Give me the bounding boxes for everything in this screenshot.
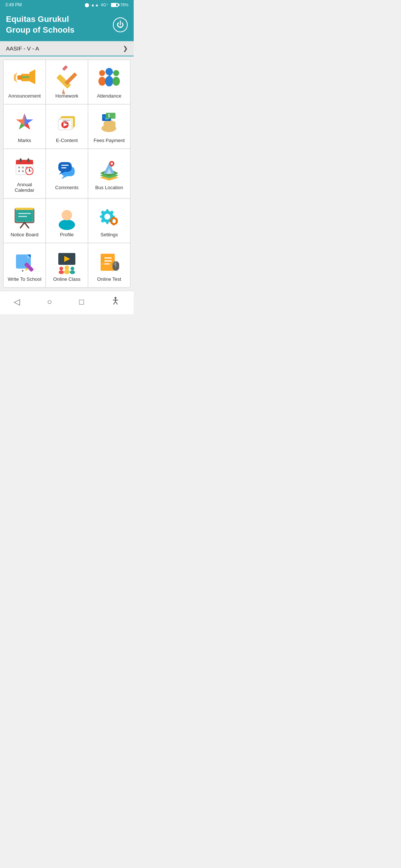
attendance-icon xyxy=(98,67,120,89)
grid-item-online-class[interactable]: Online Class xyxy=(46,243,88,287)
status-bar: 3:49 PM ⬤ ▲▲ 4G⁺ 78% xyxy=(0,0,134,10)
svg-point-13 xyxy=(113,77,120,86)
marks-label: Marks xyxy=(18,138,31,143)
grid-item-attendance[interactable]: Attendance xyxy=(88,60,130,104)
svg-rect-77 xyxy=(106,209,108,212)
svg-rect-109 xyxy=(104,263,110,264)
fees-icon: $ xyxy=(98,112,120,134)
bluetooth-icon: ⬤ xyxy=(85,3,89,7)
svg-line-68 xyxy=(20,223,25,228)
svg-rect-108 xyxy=(104,260,112,262)
svg-point-73 xyxy=(59,220,75,230)
home-button[interactable]: ○ xyxy=(43,296,56,308)
student-selector[interactable]: AASIF - V - A ❯ xyxy=(0,41,134,56)
svg-point-65 xyxy=(111,162,113,165)
network-icon: 4G⁺ xyxy=(101,3,108,7)
svg-point-9 xyxy=(98,77,106,86)
svg-text:○: ○ xyxy=(102,262,104,266)
recent-button[interactable]: □ xyxy=(75,296,88,308)
time-display: 3:49 PM xyxy=(5,2,22,7)
svg-rect-87 xyxy=(113,217,114,219)
svg-rect-47 xyxy=(22,170,24,172)
announcement-icon xyxy=(13,67,36,89)
student-label: AASIF - V - A xyxy=(6,45,39,52)
grid-item-marks[interactable]: Marks xyxy=(3,104,46,149)
menu-grid: Announcement Homework xyxy=(3,59,131,288)
svg-rect-31 xyxy=(113,121,115,128)
grid-item-homework[interactable]: Homework xyxy=(46,60,88,104)
svg-rect-46 xyxy=(18,170,20,172)
online-class-icon xyxy=(56,250,78,273)
svg-rect-41 xyxy=(27,158,29,162)
econtent-icon xyxy=(56,112,78,134)
svg-point-11 xyxy=(105,76,113,86)
svg-rect-57 xyxy=(61,167,66,168)
grid-item-settings[interactable]: Settings xyxy=(88,198,130,243)
svg-point-12 xyxy=(113,70,119,76)
grid-item-econtent[interactable]: E-Content xyxy=(46,104,88,149)
svg-point-99 xyxy=(59,267,63,270)
grid-item-calendar[interactable]: Annual Calendar xyxy=(3,149,46,198)
svg-rect-71 xyxy=(18,213,31,214)
grid-item-announcement[interactable]: Announcement xyxy=(3,60,46,104)
svg-rect-89 xyxy=(110,220,112,221)
notice-board-icon xyxy=(13,206,36,228)
grid-item-notice-board[interactable]: Notice Board xyxy=(3,198,46,243)
svg-rect-90 xyxy=(115,220,118,221)
accessibility-button[interactable] xyxy=(107,295,124,309)
svg-rect-66 xyxy=(16,209,33,222)
bus-location-icon xyxy=(98,159,120,181)
svg-point-115 xyxy=(113,262,115,265)
svg-rect-88 xyxy=(113,223,114,226)
status-icons: ⬤ ▲▲ 4G⁺ 78% xyxy=(85,3,129,7)
svg-point-101 xyxy=(65,266,69,270)
online-class-label: Online Class xyxy=(53,276,81,282)
comments-label: Comments xyxy=(55,185,79,190)
svg-rect-3 xyxy=(21,76,29,78)
svg-rect-26 xyxy=(63,122,68,122)
svg-rect-40 xyxy=(20,158,22,162)
svg-rect-7 xyxy=(65,72,77,85)
online-test-label: Online Test xyxy=(97,276,121,282)
svg-rect-25 xyxy=(63,120,70,121)
svg-rect-107 xyxy=(104,257,112,259)
bottom-navigation: ◁ ○ □ xyxy=(0,291,134,314)
svg-rect-72 xyxy=(18,216,27,217)
battery-icon xyxy=(111,3,118,7)
profile-icon xyxy=(56,206,78,228)
svg-point-86 xyxy=(113,220,115,223)
svg-point-103 xyxy=(71,267,74,270)
settings-label: Settings xyxy=(101,232,118,237)
chevron-down-icon: ❯ xyxy=(123,45,128,52)
announcement-label: Announcement xyxy=(8,93,40,99)
grid-item-online-test[interactable]: ✓ ✓ ○ Online Test xyxy=(88,243,130,287)
svg-marker-1 xyxy=(29,69,35,84)
svg-rect-35 xyxy=(106,113,115,119)
comments-icon xyxy=(56,159,78,181)
online-test-icon: ✓ ✓ ○ xyxy=(98,250,120,273)
write-to-school-label: Write To School xyxy=(8,276,42,282)
homework-icon xyxy=(56,67,78,89)
fees-label: Fees Payment xyxy=(94,138,125,143)
svg-rect-56 xyxy=(61,165,69,166)
power-button[interactable] xyxy=(113,17,128,32)
svg-rect-70 xyxy=(15,208,34,210)
back-button[interactable]: ◁ xyxy=(9,296,25,308)
svg-rect-6 xyxy=(62,65,68,71)
grid-item-bus-location[interactable]: Bus Location xyxy=(88,149,130,198)
svg-text:$: $ xyxy=(108,114,110,118)
grid-item-fees[interactable]: $ Fees Payment xyxy=(88,104,130,149)
svg-rect-42 xyxy=(18,167,20,168)
svg-rect-54 xyxy=(58,162,72,172)
signal-icon: ▲▲ xyxy=(91,3,99,7)
grid-item-profile[interactable]: Profile xyxy=(46,198,88,243)
svg-line-119 xyxy=(114,302,115,304)
notice-board-label: Notice Board xyxy=(10,232,38,237)
profile-label: Profile xyxy=(60,232,74,237)
grid-item-comments[interactable]: Comments xyxy=(46,149,88,198)
grid-item-write-to-school[interactable]: Write To School xyxy=(3,243,46,287)
svg-point-51 xyxy=(29,171,30,172)
svg-point-102 xyxy=(64,270,70,274)
svg-line-69 xyxy=(25,223,29,228)
svg-point-8 xyxy=(99,70,105,76)
